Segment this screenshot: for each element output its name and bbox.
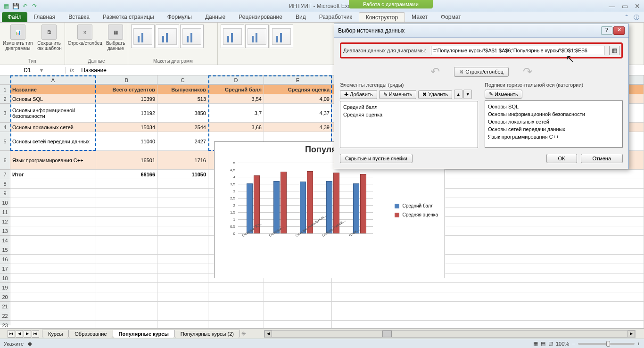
cell[interactable] (96, 255, 157, 264)
cell[interactable] (157, 236, 208, 245)
cell[interactable] (157, 283, 208, 292)
cell[interactable] (10, 198, 96, 207)
cell[interactable]: Всего студентов (96, 85, 157, 94)
cell[interactable]: Название (10, 85, 96, 94)
column-header[interactable]: B (96, 75, 157, 84)
tab-данные[interactable]: Данные (198, 12, 232, 22)
row-header[interactable]: 15 (0, 245, 10, 255)
cell[interactable] (96, 302, 157, 311)
minimize-icon[interactable]: ― (609, 2, 615, 10)
fx-icon[interactable]: fx (66, 67, 78, 74)
dialog-close-icon[interactable]: ✕ (613, 26, 625, 35)
chart-style-thumb[interactable] (245, 25, 269, 48)
cell[interactable] (10, 179, 96, 188)
cell[interactable]: Средний балл (208, 85, 264, 94)
cell[interactable] (157, 217, 208, 226)
cell[interactable]: 16501 (96, 151, 157, 169)
row-header[interactable]: 2 (0, 94, 10, 104)
restore-icon[interactable]: ▭ (622, 2, 628, 10)
cell[interactable] (96, 189, 157, 198)
chart-layout-thumb[interactable] (180, 25, 204, 48)
switch-row-column-button[interactable]: ⤭ Строка/столбец (68, 25, 102, 51)
cell[interactable] (96, 273, 157, 282)
tab-вид[interactable]: Вид (289, 12, 313, 22)
sheet-tab[interactable]: Образование (68, 330, 113, 338)
edit-series-button[interactable]: ✎Изменить (379, 90, 417, 99)
cell[interactable] (96, 311, 157, 320)
list-item[interactable]: Основы сетей передачи данных (488, 125, 619, 133)
horizontal-scrollbar[interactable]: ◀ ▶ (264, 330, 636, 338)
cell[interactable]: 66166 (96, 170, 157, 179)
cell[interactable] (10, 245, 96, 254)
cell[interactable] (208, 302, 264, 311)
cell[interactable] (10, 217, 96, 226)
list-item[interactable]: Основы информационной безопасности (488, 110, 619, 118)
cell[interactable]: 2544 (157, 123, 208, 132)
help-icon[interactable]: ⓘ (634, 14, 639, 22)
select-data-button[interactable]: ▦ Выбрать данные (106, 25, 125, 51)
cell[interactable]: 513 (157, 94, 208, 103)
name-box[interactable]: D1▾ (0, 67, 66, 74)
cell[interactable] (157, 292, 208, 301)
scroll-left-icon[interactable]: ◀ (264, 331, 272, 337)
row-header[interactable]: 7 (0, 170, 10, 179)
cell[interactable] (10, 273, 96, 282)
row-header[interactable]: 10 (0, 198, 10, 207)
sheet-nav-first[interactable]: ⏮ (8, 330, 15, 338)
cell[interactable] (96, 226, 157, 235)
view-page-layout-icon[interactable]: ▤ (541, 340, 545, 347)
cell[interactable]: 15034 (96, 123, 157, 132)
row-header[interactable]: 18 (0, 273, 10, 283)
cell[interactable] (96, 236, 157, 245)
tab-главная[interactable]: Главная (27, 12, 62, 22)
chart-layout-thumb[interactable] (156, 25, 179, 48)
list-item[interactable]: Основы локальных сетей (488, 118, 619, 125)
ok-button[interactable]: ОК (546, 154, 577, 163)
row-header[interactable]: 14 (0, 236, 10, 245)
cell[interactable] (96, 217, 157, 226)
tab-разработчик[interactable]: Разработчик (313, 12, 359, 22)
sheet-nav-next[interactable]: ▶ (24, 330, 31, 338)
cell[interactable] (157, 273, 208, 282)
edit-axis-labels-button[interactable]: ✎Изменить (485, 90, 522, 99)
cell[interactable]: Язык программирования C++ (10, 151, 96, 169)
cell[interactable]: Основы локальных сетей (10, 123, 96, 132)
column-header[interactable]: D (208, 75, 264, 84)
cell[interactable] (157, 255, 208, 264)
row-header[interactable]: 22 (0, 311, 10, 321)
zoom-slider[interactable] (578, 343, 635, 345)
cell[interactable]: 3,54 (208, 94, 264, 103)
dialog-titlebar[interactable]: Выбор источника данных ? ✕ (334, 24, 628, 38)
tab-разметка страницы[interactable]: Разметка страницы (96, 12, 161, 22)
chevron-down-icon[interactable]: ▾ (40, 67, 43, 74)
tab-конструктор[interactable]: Конструктор (359, 12, 405, 22)
cell[interactable]: 1716 (157, 151, 208, 169)
tab-формулы[interactable]: Формулы (161, 12, 198, 22)
sheet-tab[interactable]: Популярные курсы (2) (174, 330, 240, 338)
cell[interactable] (96, 179, 157, 188)
cell[interactable] (10, 311, 96, 320)
row-header[interactable]: 9 (0, 189, 10, 198)
cancel-button[interactable]: Отмена (581, 154, 623, 163)
chart-bar[interactable] (300, 182, 306, 233)
row-header[interactable]: 13 (0, 226, 10, 236)
row-header[interactable]: 20 (0, 292, 10, 302)
legend-entries-listbox[interactable]: Средний баллСредняя оценка (340, 101, 478, 148)
list-item[interactable]: Средний балл (343, 103, 475, 111)
row-header[interactable]: 17 (0, 264, 10, 273)
row-header[interactable]: 4 (0, 123, 10, 132)
cell[interactable] (10, 264, 96, 273)
range-picker-icon[interactable]: ▦ (609, 46, 619, 55)
chart-layout-thumb[interactable] (131, 25, 155, 48)
dialog-help-icon[interactable]: ? (601, 26, 612, 35)
ribbon-minimize-icon[interactable]: ⌃ (624, 14, 629, 22)
row-header[interactable]: 6 (0, 151, 10, 170)
cell[interactable]: 3,7 (208, 104, 264, 122)
cell[interactable]: Основы информационной безопасности (10, 104, 96, 122)
scroll-right-icon[interactable]: ▶ (627, 331, 635, 337)
cell[interactable]: 2427 (157, 132, 208, 150)
cell[interactable] (10, 207, 96, 216)
move-up-button[interactable]: ▲ (454, 90, 462, 99)
save-icon[interactable]: 💾 (11, 2, 20, 10)
cell[interactable] (96, 245, 157, 254)
